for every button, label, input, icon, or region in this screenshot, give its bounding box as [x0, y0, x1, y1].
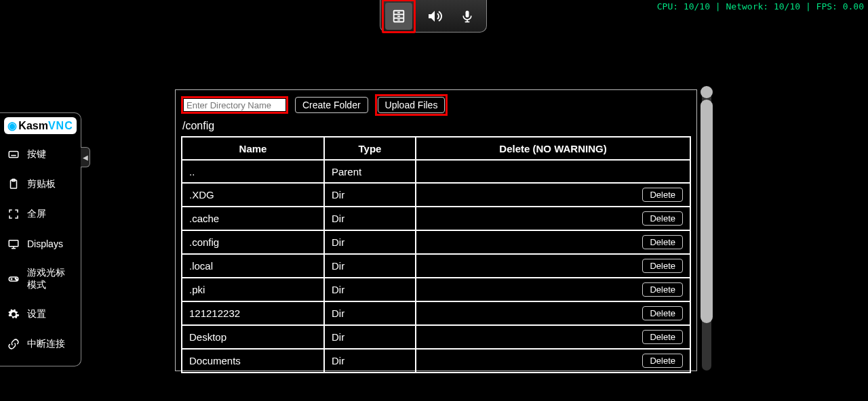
delete-button[interactable]: Delete	[642, 330, 683, 344]
sidebar-item-keys[interactable]: 按键	[4, 140, 77, 169]
cell-type: Parent	[324, 160, 416, 183]
microphone-icon	[460, 9, 474, 24]
cell-delete	[416, 160, 690, 183]
upload-files-button[interactable]: Upload Files	[378, 97, 446, 113]
table-row[interactable]: .pkiDirDelete	[182, 278, 690, 301]
logo-text-asm: asm	[26, 120, 48, 132]
cell-delete: Delete	[416, 183, 690, 207]
sidebar-item-label: 全屏	[27, 208, 46, 220]
sidebar-item-label: 按键	[27, 148, 46, 161]
table-row[interactable]: .configDirDelete	[182, 230, 690, 254]
table-row[interactable]: .XDGDirDelete	[182, 183, 690, 207]
scrollbar[interactable]	[702, 90, 711, 371]
cell-type: Dir	[324, 254, 416, 278]
cell-name[interactable]: .pki	[182, 278, 324, 301]
filing-cabinet-icon	[391, 9, 406, 24]
cell-name[interactable]: Desktop	[182, 325, 324, 349]
microphone-button[interactable]	[454, 3, 481, 30]
cell-type: Dir	[324, 207, 416, 230]
kasmvnc-logo: ◉ K asm VNC	[4, 117, 77, 134]
keyboard-icon	[7, 148, 20, 161]
create-folder-button[interactable]: Create Folder	[295, 97, 368, 113]
table-row[interactable]: 121212232DirDelete	[182, 301, 690, 325]
scroll-knob[interactable]	[701, 86, 713, 98]
logo-text-vnc: VNC	[48, 120, 73, 132]
cell-name[interactable]: Documents	[182, 349, 324, 373]
cell-name[interactable]: ..	[182, 160, 324, 183]
sidebar: ◉ K asm VNC 按键 剪贴板 全屏 Displays 游戏光标模式	[0, 112, 81, 366]
sidebar-item-clipboard[interactable]: 剪贴板	[4, 169, 77, 199]
cell-delete: Delete	[416, 230, 690, 254]
table-row[interactable]: .localDirDelete	[182, 254, 690, 278]
sidebar-item-label: 剪贴板	[27, 178, 56, 190]
delete-button[interactable]: Delete	[642, 354, 683, 368]
gamepad-icon	[7, 272, 20, 286]
cell-type: Dir	[324, 230, 416, 254]
delete-button[interactable]: Delete	[642, 188, 683, 202]
current-path: /config	[182, 120, 691, 132]
table-row[interactable]: ..Parent	[182, 160, 690, 183]
delete-button[interactable]: Delete	[642, 235, 683, 249]
svg-rect-9	[9, 152, 18, 158]
file-manager-panel: Create Folder Upload Files /config Name …	[175, 89, 697, 371]
upload-files-button-highlight: Upload Files	[375, 94, 448, 116]
cell-delete: Delete	[416, 254, 690, 278]
top-toolbar	[380, 0, 487, 33]
delete-button[interactable]: Delete	[642, 306, 683, 320]
cell-type: Dir	[324, 349, 416, 373]
cell-type: Dir	[324, 183, 416, 207]
logo-text-k: K	[18, 120, 26, 132]
cell-delete: Delete	[416, 207, 690, 230]
cell-name[interactable]: .XDG	[182, 183, 324, 207]
svg-rect-6	[466, 10, 469, 17]
table-row[interactable]: DocumentsDirDelete	[182, 349, 690, 373]
sidebar-item-label: Displays	[27, 238, 63, 249]
file-manager-button-highlight	[382, 0, 416, 33]
column-header-delete: Delete (NO WARNING)	[416, 137, 690, 160]
sidebar-item-displays[interactable]: Displays	[4, 229, 77, 259]
cell-type: Dir	[324, 301, 416, 325]
performance-stats: CPU: 10/10 | Network: 10/10 | FPS: 0.00	[657, 1, 864, 12]
svg-rect-13	[9, 240, 18, 247]
disconnect-icon	[7, 337, 20, 351]
directory-name-input[interactable]	[184, 99, 285, 111]
svg-point-20	[16, 279, 18, 280]
delete-button[interactable]: Delete	[642, 211, 683, 226]
delete-button[interactable]: Delete	[642, 282, 683, 297]
delete-button[interactable]: Delete	[642, 259, 683, 273]
cell-delete: Delete	[416, 325, 690, 349]
sidebar-item-disconnect[interactable]: 中断连接	[4, 329, 77, 359]
sidebar-item-game-cursor[interactable]: 游戏光标模式	[4, 259, 77, 299]
table-row[interactable]: .cacheDirDelete	[182, 207, 690, 230]
sidebar-item-label: 中断连接	[27, 338, 65, 350]
cell-name[interactable]: .cache	[182, 207, 324, 230]
cell-delete: Delete	[416, 349, 690, 373]
speaker-icon	[427, 8, 443, 24]
cell-name[interactable]: .config	[182, 230, 324, 254]
displays-icon	[7, 237, 20, 251]
scroll-thumb[interactable]	[701, 100, 713, 323]
file-manager-toolbar: Create Folder Upload Files	[181, 94, 691, 116]
cell-delete: Delete	[416, 278, 690, 301]
sidebar-item-label: 设置	[27, 308, 46, 320]
cell-type: Dir	[324, 278, 416, 301]
sidebar-item-settings[interactable]: 设置	[4, 299, 77, 329]
cell-delete: Delete	[416, 301, 690, 325]
cell-name[interactable]: .local	[182, 254, 324, 278]
sidebar-collapse-handle[interactable]: ◀	[81, 147, 90, 167]
cell-name[interactable]: 121212232	[182, 301, 324, 325]
dir-name-input-highlight	[181, 96, 288, 114]
clipboard-icon	[7, 177, 20, 191]
table-row[interactable]: DesktopDirDelete	[182, 325, 690, 349]
column-header-name: Name	[182, 137, 324, 160]
sidebar-item-label: 游戏光标模式	[27, 267, 74, 291]
column-header-type: Type	[324, 137, 416, 160]
cell-type: Dir	[324, 325, 416, 349]
logo-icon: ◉	[7, 119, 17, 132]
gear-icon	[7, 308, 20, 321]
file-table: Name Type Delete (NO WARNING) ..Parent.X…	[181, 136, 691, 373]
sidebar-item-fullscreen[interactable]: 全屏	[4, 199, 77, 229]
audio-button[interactable]	[421, 3, 448, 30]
fullscreen-icon	[7, 207, 20, 221]
file-manager-button[interactable]	[385, 3, 412, 30]
